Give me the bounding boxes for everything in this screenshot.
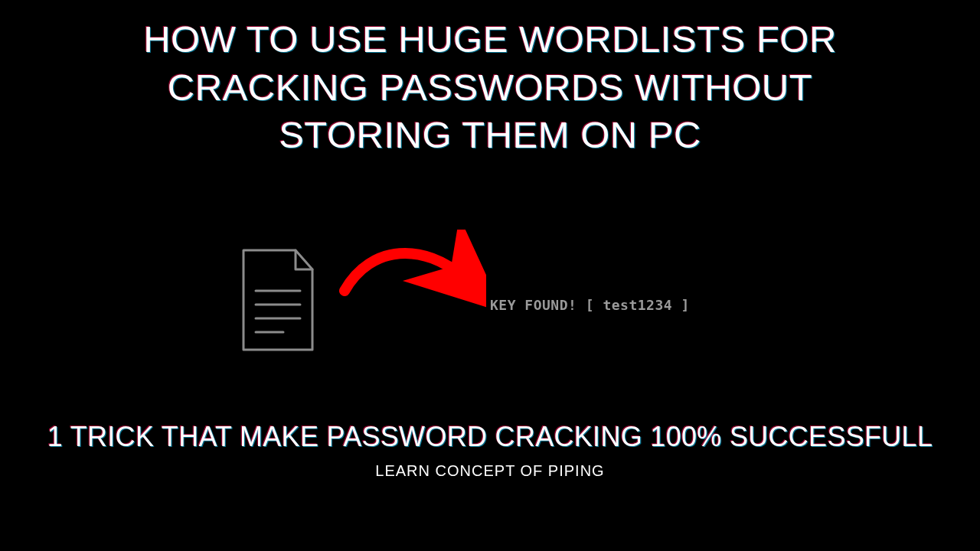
illustration-row: KEY FOUND! [ test1234 ] bbox=[0, 230, 980, 383]
title-line-3: STORING THEM ON PC bbox=[279, 111, 701, 159]
subtitle: 1 TRICK THAT MAKE PASSWORD CRACKING 100%… bbox=[0, 421, 980, 453]
document-icon bbox=[236, 246, 320, 360]
title-line-1: HOW TO USE HUGE WORDLISTS FOR bbox=[143, 15, 837, 64]
title-line-2: CRACKING PASSWORDS WITHOUT bbox=[168, 64, 812, 112]
main-title: HOW TO USE HUGE WORDLISTS FOR CRACKING P… bbox=[0, 15, 980, 159]
terminal-output: KEY FOUND! [ test1234 ] bbox=[490, 297, 690, 313]
footer-text: LEARN CONCEPT OF PIPING bbox=[0, 462, 980, 480]
subtitle-text: 1 TRICK THAT MAKE PASSWORD CRACKING 100%… bbox=[47, 421, 933, 452]
arrow-right-icon bbox=[333, 230, 486, 324]
